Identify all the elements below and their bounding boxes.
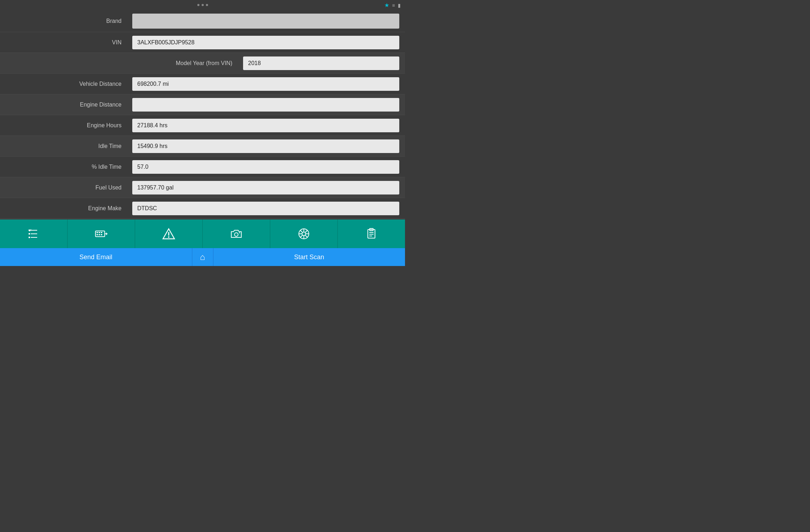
- svg-point-17: [168, 236, 169, 238]
- wheel-icon: [297, 227, 310, 240]
- engine-distance-row: Engine Distance: [0, 94, 405, 115]
- start-scan-button[interactable]: Start Scan: [213, 248, 405, 266]
- device-icon: [95, 227, 108, 240]
- model-year-value[interactable]: 2018: [243, 56, 399, 70]
- nav-wheel[interactable]: [270, 220, 338, 248]
- svg-rect-1: [31, 230, 37, 231]
- svg-line-27: [305, 235, 308, 238]
- nav-device[interactable]: [68, 220, 135, 248]
- fuel-used-row: Fuel Used 137957.70 gal: [0, 177, 405, 198]
- content-area: Brand VIN 3ALXFB005JDJP9528 Model Year (…: [0, 10, 405, 220]
- brand-row: Brand: [0, 10, 405, 32]
- idle-time-label: Idle Time: [0, 143, 132, 149]
- engine-hours-row: Engine Hours 27188.4 hrs: [0, 115, 405, 136]
- vin-label: VIN: [0, 39, 132, 46]
- svg-rect-6: [95, 231, 105, 237]
- engine-distance-value[interactable]: [132, 98, 399, 112]
- idle-time-value[interactable]: 15490.9 hrs: [132, 139, 399, 153]
- bluetooth-icon: ★: [384, 2, 389, 9]
- vehicle-distance-label: Vehicle Distance: [0, 81, 132, 87]
- dot-3: [206, 4, 208, 6]
- vehicle-distance-value[interactable]: 698200.7 mi: [132, 77, 399, 91]
- top-dots: [197, 4, 208, 6]
- svg-rect-9: [101, 232, 102, 233]
- svg-rect-11: [99, 234, 100, 235]
- svg-point-18: [234, 233, 238, 236]
- svg-line-29: [300, 235, 303, 238]
- status-icons: ★ ≡ ▮: [384, 2, 401, 9]
- svg-rect-8: [99, 232, 100, 233]
- model-year-label: Model Year (from VIN): [0, 60, 243, 66]
- brand-value[interactable]: [132, 14, 399, 29]
- clipboard-icon: [365, 227, 378, 240]
- bottom-nav: [0, 220, 405, 248]
- svg-rect-3: [31, 233, 37, 234]
- checklist-icon: [27, 227, 40, 240]
- vehicle-distance-row: Vehicle Distance 698200.7 mi: [0, 74, 405, 94]
- vin-value[interactable]: 3ALXFB005JDJP9528: [132, 36, 399, 49]
- fuel-used-label: Fuel Used: [0, 184, 132, 191]
- nav-warning[interactable]: [135, 220, 203, 248]
- warning-icon: [162, 227, 175, 240]
- nav-camera[interactable]: [203, 220, 270, 248]
- pct-idle-time-value[interactable]: 57.0: [132, 160, 399, 174]
- pct-idle-time-label: % Idle Time: [0, 164, 132, 170]
- svg-rect-10: [97, 234, 98, 235]
- svg-marker-14: [106, 232, 108, 235]
- home-button[interactable]: ⌂: [192, 248, 213, 266]
- camera-icon: [230, 227, 243, 240]
- svg-point-19: [239, 232, 240, 233]
- engine-make-value[interactable]: DTDSC: [132, 202, 399, 215]
- svg-rect-4: [29, 237, 30, 238]
- svg-rect-5: [31, 237, 37, 238]
- brand-label: Brand: [0, 18, 132, 24]
- engine-make-row: Engine Make DTDSC: [0, 198, 405, 219]
- battery-icon: ▮: [398, 2, 401, 8]
- top-bar: ★ ≡ ▮: [0, 0, 405, 10]
- action-bar: Send Email ⌂ Start Scan: [0, 248, 405, 266]
- vin-row: VIN 3ALXFB005JDJP9528: [0, 32, 405, 53]
- model-year-row: Model Year (from VIN) 2018: [0, 53, 405, 74]
- svg-rect-12: [101, 234, 102, 235]
- engine-make-label: Engine Make: [0, 205, 132, 212]
- engine-hours-value[interactable]: 27188.4 hrs: [132, 119, 399, 132]
- signal-icon: ≡: [392, 2, 395, 8]
- nav-checklist[interactable]: [0, 220, 68, 248]
- svg-rect-7: [97, 232, 98, 233]
- pct-idle-time-row: % Idle Time 57.0: [0, 157, 405, 177]
- fuel-used-value[interactable]: 137957.70 gal: [132, 181, 399, 194]
- idle-time-row: Idle Time 15490.9 hrs: [0, 136, 405, 157]
- svg-line-26: [300, 230, 303, 233]
- svg-rect-16: [168, 232, 169, 236]
- engine-distance-label: Engine Distance: [0, 102, 132, 108]
- home-icon: ⌂: [200, 252, 205, 262]
- svg-line-28: [305, 230, 308, 233]
- nav-clipboard[interactable]: [338, 220, 405, 248]
- dot-1: [197, 4, 199, 6]
- dot-2: [202, 4, 204, 6]
- svg-rect-2: [29, 233, 30, 235]
- send-email-button[interactable]: Send Email: [0, 248, 192, 266]
- engine-hours-label: Engine Hours: [0, 122, 132, 129]
